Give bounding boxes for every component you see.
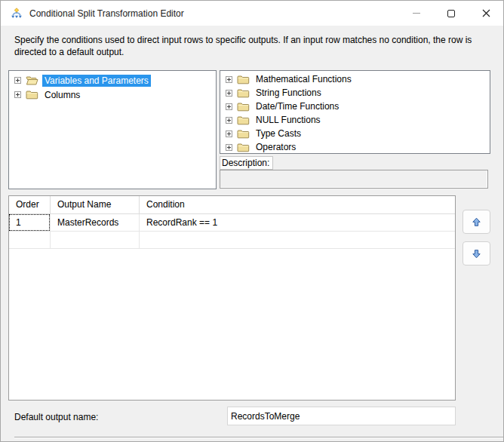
cell-output-name[interactable] [51, 232, 140, 249]
expand-plus-icon[interactable] [226, 117, 232, 124]
description-label: Description: [220, 156, 273, 170]
tree-item-string-functions[interactable]: String Functions [220, 86, 490, 100]
functions-tree: Mathematical Functions String Functions … [220, 70, 490, 154]
grid-row-new [9, 232, 455, 249]
tree-item-mathematical-functions[interactable]: Mathematical Functions [220, 72, 490, 86]
tree-item-label: Columns [42, 89, 82, 101]
grid-header-row: Order Output Name Condition [9, 196, 455, 214]
conditions-grid: Order Output Name Condition 1 MasterReco… [8, 195, 456, 401]
tree-item-type-casts[interactable]: Type Casts [220, 127, 490, 140]
maximize-button[interactable] [434, 1, 469, 26]
folder-icon [237, 102, 250, 112]
bottom-divider [14, 437, 504, 438]
expand-plus-icon[interactable] [226, 90, 232, 97]
folder-icon [237, 115, 250, 125]
window-controls [399, 1, 503, 26]
down-arrow-icon [472, 249, 481, 259]
window-title: Conditional Split Transformation Editor [29, 8, 184, 19]
tree-item-columns[interactable]: Columns [9, 87, 216, 102]
cell-order[interactable] [9, 232, 51, 249]
close-icon [482, 9, 490, 17]
expand-plus-icon[interactable] [14, 91, 21, 98]
expand-plus-icon[interactable] [226, 130, 232, 137]
tree-item-variables-and-parameters[interactable]: Variables and Parameters [9, 73, 216, 87]
dialog-description-text: Specify the conditions used to direct in… [14, 34, 493, 58]
column-header-order[interactable]: Order [9, 196, 51, 214]
expand-plus-icon[interactable] [226, 144, 232, 151]
grid-row: 1 MasterRecords RecordRank == 1 [9, 214, 455, 232]
tree-item-label: NULL Functions [254, 114, 323, 126]
tree-item-label: Type Casts [254, 127, 303, 140]
open-folder-icon [26, 75, 38, 85]
tree-item-label: Date/Time Functions [254, 100, 341, 112]
cell-condition[interactable]: RecordRank == 1 [140, 214, 455, 232]
close-button[interactable] [469, 1, 503, 26]
move-up-button[interactable] [463, 210, 490, 234]
tree-item-label: Variables and Parameters [42, 75, 151, 87]
tree-item-label: String Functions [254, 87, 324, 99]
minimize-icon [413, 13, 420, 14]
tree-item-label: Operators [254, 141, 298, 153]
tree-item-label: Mathematical Functions [254, 73, 354, 85]
cell-output-name[interactable]: MasterRecords [51, 214, 140, 232]
tree-item-null-functions[interactable]: NULL Functions [220, 113, 490, 127]
folder-icon [237, 75, 250, 84]
cell-order[interactable]: 1 [9, 214, 51, 232]
minimize-button[interactable] [399, 1, 434, 26]
description-value-box [220, 170, 488, 189]
default-output-name-input[interactable] [227, 407, 456, 425]
expand-plus-icon[interactable] [14, 77, 21, 84]
title-bar: Conditional Split Transformation Editor [1, 1, 503, 26]
up-arrow-icon [472, 217, 481, 227]
variables-columns-tree: Variables and Parameters Columns [8, 70, 217, 189]
maximize-icon [447, 10, 455, 17]
expand-plus-icon[interactable] [226, 76, 232, 83]
expand-plus-icon[interactable] [226, 103, 232, 110]
conditional-split-icon [11, 8, 23, 20]
default-output-name-label: Default output name: [14, 412, 98, 422]
column-header-output-name[interactable]: Output Name [51, 196, 140, 214]
tree-item-datetime-functions[interactable]: Date/Time Functions [220, 100, 490, 113]
tree-item-operators[interactable]: Operators [220, 140, 490, 154]
cell-condition[interactable] [140, 232, 455, 249]
conditional-split-editor-window: { "window": { "title": "Conditional Spli… [0, 0, 504, 442]
folder-icon [237, 129, 250, 139]
folder-icon [237, 88, 250, 98]
column-header-condition[interactable]: Condition [140, 196, 455, 214]
move-down-button[interactable] [463, 241, 490, 266]
folder-icon [26, 90, 38, 100]
folder-icon [237, 143, 250, 152]
